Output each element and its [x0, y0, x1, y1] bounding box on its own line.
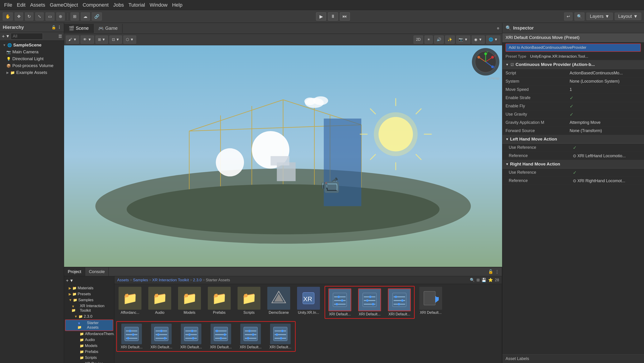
asset-demoscene[interactable]: DemoScene: [265, 286, 292, 319]
scene-draw-mode-btn[interactable]: 🖌 ▼: [66, 36, 79, 44]
tree-230[interactable]: ▼ 📁 2.3.0: [65, 314, 113, 320]
section-expand-rh[interactable]: ▼: [506, 162, 509, 166]
search-btn[interactable]: 🔍: [574, 12, 584, 20]
transform-rotate-tool[interactable]: ↻: [25, 12, 34, 20]
tree-audio[interactable]: 📁 Audio: [65, 337, 113, 343]
step-button[interactable]: ⏭: [340, 12, 350, 20]
asset-affordance-folder[interactable]: 📁 Affordanc...: [116, 286, 144, 319]
tree-scripts[interactable]: 📁 Scripts: [65, 355, 113, 361]
asset-xri-r2-4[interactable]: XRI Default...: [207, 323, 234, 350]
asset-xri-r2-5[interactable]: XRI Default...: [237, 323, 264, 350]
scene-persp-btn[interactable]: 🌐 ▼: [486, 36, 500, 44]
asset-models-folder[interactable]: 📁 Models: [176, 286, 203, 319]
tree-starter-assets[interactable]: ▼ 📁 Starter Assets: [65, 320, 113, 331]
add-component-button[interactable]: Add to ActionBasedContinuousMoveProvider: [506, 44, 641, 52]
scene-audio-btn[interactable]: 🔊: [434, 36, 444, 44]
path-assets[interactable]: Assets: [117, 278, 129, 282]
asset-xri-r2-6[interactable]: XRI Default...: [266, 323, 294, 350]
value-rh-reference[interactable]: ⊙ XRI RightHand Locomot...: [573, 178, 641, 183]
hierarchy-lock-icon[interactable]: 🔓: [52, 25, 56, 30]
hierarchy-item-example-assets[interactable]: ▶ 📁 Example Assets: [0, 69, 64, 76]
transform-all-tool[interactable]: ⊕: [56, 12, 65, 20]
menu-edit[interactable]: Edit: [14, 1, 28, 9]
asset-scripts-folder[interactable]: 📁 Scripts: [235, 286, 263, 319]
scene-fx-btn[interactable]: ✨: [445, 36, 455, 44]
tree-xr-toolkit[interactable]: ▼ 📁 XR Interaction Toolkit: [65, 303, 113, 314]
value-forward-source[interactable]: None (Transform): [570, 128, 641, 133]
tree-xr-device[interactable]: 📁 XR Device Simulat...: [65, 361, 113, 363]
component-active-check[interactable]: ☑: [510, 62, 514, 67]
asset-tree-arrow[interactable]: ▼: [70, 278, 74, 283]
tree-materials[interactable]: ▶ 📁 Materials: [65, 285, 113, 291]
filter-icon[interactable]: ⊞: [476, 278, 480, 282]
scene-snap-btn[interactable]: ⊡ ▼: [110, 36, 122, 44]
tree-presets[interactable]: ▶ 📁 Presets: [65, 291, 113, 297]
scene-gizmos-btn[interactable]: ⬡ ▼: [123, 36, 136, 44]
menu-file[interactable]: File: [2, 1, 14, 9]
tree-samples[interactable]: ▼ 📁 Samples: [65, 297, 113, 303]
transform-move-tool[interactable]: ✥: [15, 12, 23, 20]
add-asset-btn[interactable]: +: [66, 278, 69, 283]
asset-xri-default-2[interactable]: XRI Default...: [356, 288, 383, 317]
value-lh-reference[interactable]: ⊙ XRI LeftHand Locomotio...: [573, 153, 641, 158]
collab-tool[interactable]: 🔗: [92, 12, 102, 20]
scene-2d-btn[interactable]: 2D: [414, 36, 423, 44]
scene-gizmo[interactable]: X Y Z < Persp: [472, 48, 499, 76]
pause-button[interactable]: ⏸: [328, 12, 338, 20]
cloud-tool[interactable]: ☁: [81, 12, 90, 20]
save-search-icon[interactable]: 💾: [482, 278, 486, 282]
value-use-gravity[interactable]: ✓: [570, 112, 641, 117]
hierarchy-search-input[interactable]: [11, 33, 43, 40]
scene-gameobject-btn[interactable]: ◉ ▼: [472, 36, 484, 44]
menu-jobs[interactable]: Jobs: [111, 1, 126, 9]
tab-project[interactable]: Project: [64, 267, 85, 276]
section-expand[interactable]: ▼: [506, 137, 509, 141]
value-move-speed[interactable]: 1: [570, 87, 641, 92]
asset-xri-r2-2[interactable]: XRI Default...: [148, 323, 175, 350]
transform-hand-tool[interactable]: ✋: [3, 12, 13, 20]
hierarchy-add-btn[interactable]: +: [2, 34, 5, 39]
hierarchy-item-main-camera[interactable]: 📷 Main Camera: [0, 48, 64, 56]
path-samples[interactable]: Samples: [133, 278, 148, 282]
star-icon[interactable]: ⭐: [488, 278, 493, 282]
asset-xri-default-arrow[interactable]: XRI Default...: [417, 286, 444, 319]
project-menu-icon[interactable]: ⋮: [495, 269, 499, 274]
menu-component[interactable]: Component: [80, 1, 111, 9]
tree-prefabs[interactable]: 📁 Prefabs: [65, 349, 113, 355]
tree-models[interactable]: 📁 Models: [65, 343, 113, 349]
hierarchy-menu-icon[interactable]: ⋮: [58, 25, 61, 30]
component-toggle[interactable]: ▼: [506, 63, 509, 66]
hierarchy-arrow-btn[interactable]: ▼: [6, 34, 10, 39]
scene-overlay-btn[interactable]: 👁 ▼: [80, 36, 94, 44]
menu-tutorial[interactable]: Tutorial: [126, 1, 148, 9]
asset-xri-default-3[interactable]: XRI Default...: [386, 288, 413, 317]
layers-dropdown[interactable]: Layers ▼: [586, 12, 613, 20]
scene-scene-btn[interactable]: 📷 ▼: [456, 36, 470, 44]
path-xr[interactable]: XR Interaction Toolkit: [152, 278, 189, 282]
hierarchy-item-post-process[interactable]: 📦 Post-process Volume: [0, 62, 64, 69]
value-enable-strafe[interactable]: ✓: [570, 95, 641, 101]
scene-grid-btn[interactable]: ⊞ ▼: [96, 36, 108, 44]
menu-gameobject[interactable]: GameObject: [47, 1, 80, 9]
tab-console[interactable]: Console: [85, 267, 109, 276]
asset-xri-default-1[interactable]: XRI Default...: [326, 288, 354, 317]
value-system[interactable]: None (Locomotion System): [570, 79, 641, 84]
project-lock-icon[interactable]: 🔓: [488, 269, 493, 274]
undo-history-btn[interactable]: ↩: [564, 12, 572, 20]
transform-rect-tool[interactable]: ▭: [46, 12, 54, 20]
hierarchy-sample-scene[interactable]: ▼ 🌐 SampleScene: [0, 42, 64, 48]
scene-light-btn[interactable]: ☀: [424, 36, 433, 44]
menu-assets[interactable]: Assets: [28, 1, 47, 9]
menu-help[interactable]: Help: [170, 1, 185, 9]
value-rh-use-ref[interactable]: ✓: [573, 170, 641, 175]
value-gravity-app[interactable]: Attempting Move: [570, 120, 641, 125]
value-script[interactable]: ActionBasedContinuousMo...: [570, 71, 641, 76]
view-settings-icon[interactable]: ⚙: [497, 27, 499, 30]
asset-unity-xr[interactable]: XR Unity.XR.In...: [295, 286, 322, 319]
tree-affordance[interactable]: 📁 AffordanceThem...: [65, 331, 113, 337]
search-icon[interactable]: 🔍: [470, 278, 475, 282]
hierarchy-expand-btn[interactable]: ☰: [58, 34, 62, 39]
asset-xri-r2-1[interactable]: XRI Default...: [118, 323, 145, 350]
path-version[interactable]: 2.3.0: [193, 278, 202, 282]
tab-game[interactable]: 🎮 Game: [94, 24, 122, 33]
